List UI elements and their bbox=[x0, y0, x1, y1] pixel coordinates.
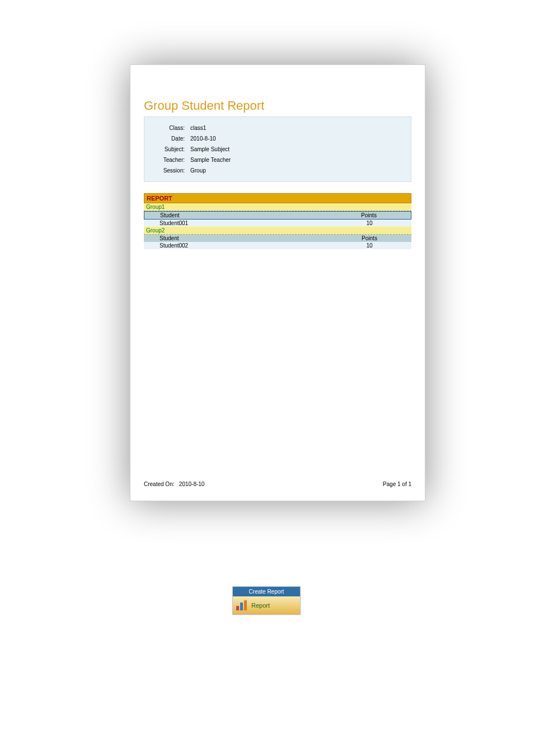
cell-student: Student002 bbox=[144, 242, 327, 249]
footer-created-value: 2010-8-10 bbox=[179, 481, 205, 487]
footer-created: Created On: 2010-8-10 bbox=[144, 481, 204, 487]
table-row: Student001 10 bbox=[144, 220, 411, 227]
info-value: Group bbox=[185, 167, 206, 174]
info-label: Session: bbox=[144, 167, 185, 174]
info-label: Date: bbox=[144, 136, 185, 142]
info-value: class1 bbox=[185, 125, 206, 131]
page-canvas: Group Student Report Class: class1 Date:… bbox=[0, 0, 534, 756]
col-header-points: Points bbox=[327, 235, 411, 242]
info-row-session: Session: Group bbox=[144, 165, 411, 176]
info-row-teacher: Teacher: Sample Teacher bbox=[144, 155, 411, 165]
create-report-label: Report bbox=[251, 602, 270, 609]
col-header-points: Points bbox=[327, 212, 411, 219]
report-footer: Created On: 2010-8-10 Page 1 of 1 bbox=[144, 481, 411, 487]
info-row-subject: Subject: Sample Subject bbox=[144, 144, 411, 155]
footer-page: Page 1 of 1 bbox=[383, 481, 411, 487]
info-row-class: Class: class1 bbox=[144, 123, 411, 133]
col-header-student: Student bbox=[144, 212, 327, 219]
cell-points: 10 bbox=[327, 242, 411, 249]
info-label: Teacher: bbox=[144, 157, 185, 163]
cell-student: Student001 bbox=[144, 220, 327, 227]
group-name: Group2 bbox=[144, 227, 411, 235]
group-header-row: Student Points bbox=[144, 211, 411, 220]
col-header-student: Student bbox=[144, 235, 327, 242]
report-sheet-shadow: Group Student Report Class: class1 Date:… bbox=[130, 64, 425, 501]
report-section-header: REPORT bbox=[144, 193, 411, 203]
info-label: Class: bbox=[144, 125, 185, 131]
info-value: Sample Teacher bbox=[185, 157, 231, 163]
report-sheet: Group Student Report Class: class1 Date:… bbox=[130, 64, 425, 501]
report-section: REPORT Group1 Student Points Student001 … bbox=[144, 193, 411, 249]
create-report-button[interactable]: Report bbox=[233, 596, 300, 614]
footer-created-label: Created On: bbox=[144, 481, 174, 487]
cell-points: 10 bbox=[327, 220, 411, 227]
group-name: Group1 bbox=[144, 203, 411, 211]
create-report-panel: Create Report Report bbox=[232, 586, 301, 615]
report-info-box: Class: class1 Date: 2010-8-10 Subject: S… bbox=[144, 116, 411, 182]
info-value: 2010-8-10 bbox=[185, 136, 216, 142]
info-value: Sample Subject bbox=[185, 146, 229, 152]
bar-chart-icon bbox=[236, 600, 248, 610]
info-row-date: Date: 2010-8-10 bbox=[144, 133, 411, 144]
info-label: Subject: bbox=[144, 146, 185, 152]
create-report-title: Create Report bbox=[233, 587, 300, 596]
group-header-row: Student Points bbox=[144, 235, 411, 242]
table-row: Student002 10 bbox=[144, 242, 411, 249]
report-title: Group Student Report bbox=[144, 99, 411, 113]
